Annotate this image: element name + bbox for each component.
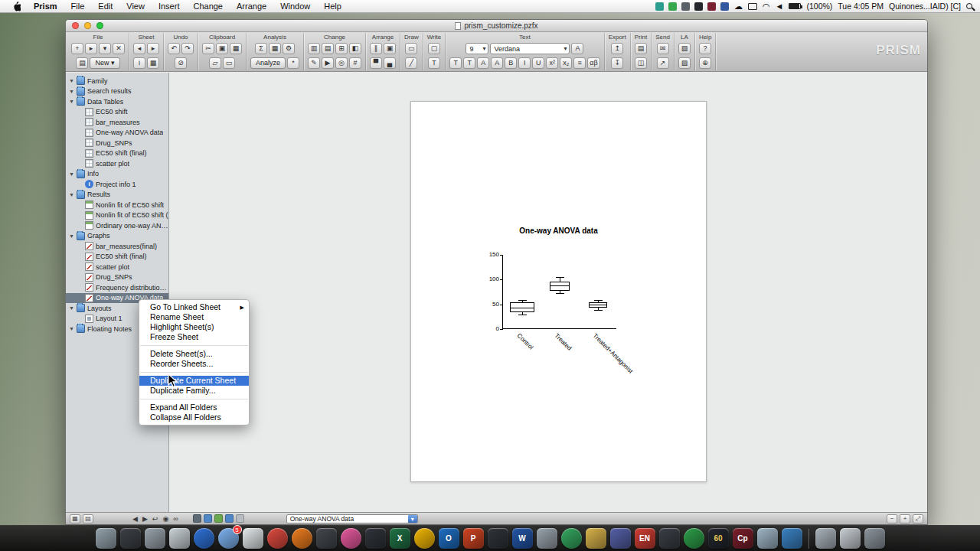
text-style1-icon[interactable]: T [449, 57, 462, 69]
apple-menu[interactable] [6, 2, 27, 11]
context-menu-item-highlight-sheet-s[interactable]: Highlight Sheet(s) [139, 322, 249, 332]
paste-icon[interactable]: ▦ [230, 43, 242, 54]
dock-app-9[interactable] [292, 528, 312, 549]
open-file-icon[interactable]: ▸ [85, 43, 97, 54]
disclosure-triangle-icon[interactable]: ▼ [69, 171, 77, 177]
format-graph-icon[interactable]: ▤ [322, 43, 334, 54]
back-button[interactable]: ↩ [151, 515, 160, 523]
revert-icon[interactable]: ⊘ [175, 57, 187, 69]
gallery-view-icon[interactable]: ▦ [70, 514, 80, 523]
dock-app-13[interactable]: X [390, 528, 410, 549]
print-preview-icon[interactable]: ◫ [635, 57, 647, 69]
sidebar-folder-family[interactable]: ▼Family [66, 76, 168, 86]
send-mail-icon[interactable]: ✉ [657, 43, 669, 54]
zoom-window-button[interactable] [96, 22, 103, 29]
undo-icon[interactable]: ↶ [168, 43, 180, 54]
sidebar-item-project-info-1[interactable]: iProject info 1 [66, 179, 168, 190]
menu-prism[interactable]: Prism [27, 2, 64, 11]
dock-app-29[interactable] [782, 528, 802, 549]
menu-change[interactable]: Change [186, 2, 230, 11]
menu-arrange[interactable]: Arrange [230, 2, 273, 11]
dock-app-19[interactable] [537, 528, 557, 549]
sidebar-item-ec50-shift-final[interactable]: EC50 shift (final) [66, 252, 168, 262]
sheet-info-icon[interactable]: i [133, 57, 145, 69]
bring-front-icon[interactable]: ▀ [370, 57, 382, 69]
sidebar-folder-graphs[interactable]: ▼Graphs [66, 231, 168, 242]
graph-page[interactable]: One-way ANOVA data 050100150ControlTreat… [410, 101, 707, 482]
wand-icon[interactable]: * [287, 57, 299, 69]
sidebar-item-drug-snps[interactable]: Drug_SNPs [66, 138, 168, 148]
dock-app-7[interactable] [243, 528, 263, 549]
sidebar-item-bar-measures[interactable]: bar_measures [66, 117, 168, 128]
dock-app-31[interactable] [815, 528, 836, 549]
context-menu-item-go-to-linked-sheet[interactable]: Go To Linked Sheet▶ [139, 302, 249, 312]
zoom-in-icon[interactable]: + [900, 514, 910, 523]
menubar-app-icon-5[interactable] [707, 2, 716, 11]
dock-app-12[interactable] [365, 528, 386, 549]
next-sheet-button[interactable]: ▶ [141, 515, 149, 523]
menubar-clock[interactable]: Tue 4:05 PM [838, 2, 884, 11]
dock-app-21[interactable] [586, 528, 606, 549]
dock-app-23[interactable]: EN [635, 528, 655, 549]
sidebar-item-scatter-plot[interactable]: scatter plot [66, 158, 168, 169]
subscript-icon[interactable]: x₂ [560, 57, 572, 69]
sidebar-item-ec50-shift-final[interactable]: EC50 shift (final) [66, 148, 168, 159]
battery-icon[interactable] [789, 3, 801, 9]
magnify-icon[interactable]: ◎ [335, 57, 348, 69]
align-icon[interactable]: ∥ [370, 43, 382, 54]
dock-app-33[interactable] [864, 528, 885, 549]
dock-app-8[interactable] [267, 528, 288, 549]
new-file-icon[interactable]: + [71, 43, 83, 54]
sidebar-folder-info[interactable]: ▼Info [66, 169, 168, 180]
export-options-icon[interactable]: ↧ [611, 57, 623, 69]
dock-app-2[interactable] [120, 528, 141, 549]
line-icon[interactable]: ╱ [405, 57, 417, 69]
note-icon[interactable]: ▢ [428, 43, 440, 54]
font-size-select[interactable]: 9 [466, 43, 488, 54]
expand-icon[interactable]: ⤢ [913, 514, 923, 523]
sidebar-folder-search-results[interactable]: ▼Search results [66, 86, 168, 97]
spotlight-icon[interactable] [966, 3, 972, 9]
format-axes-icon[interactable]: ⊞ [335, 43, 348, 54]
italic-icon[interactable]: I [518, 57, 531, 69]
shape-icon[interactable]: ▭ [405, 43, 417, 54]
menu-window[interactable]: Window [273, 2, 317, 11]
context-menu-item-duplicate-family[interactable]: Duplicate Family... [139, 386, 249, 396]
wifi-icon[interactable]: ◠ [763, 2, 770, 11]
sheet-selector[interactable]: One-way ANOVA data [286, 514, 418, 523]
superscript-icon[interactable]: x² [546, 57, 558, 69]
dock-app-3[interactable] [145, 528, 165, 549]
sidebar-item-ordinary-one-way-anov[interactable]: Ordinary one-way ANOV [66, 220, 168, 231]
close-window-button[interactable] [72, 22, 79, 29]
minimize-window-button[interactable] [84, 22, 91, 29]
print-icon[interactable]: ▤ [76, 57, 88, 69]
dock-app-16[interactable]: P [463, 528, 484, 549]
disclosure-triangle-icon[interactable]: ▼ [69, 78, 77, 83]
dock-app-4[interactable] [169, 528, 190, 549]
cut-icon[interactable]: ✂ [202, 43, 214, 54]
sidebar-item-drug-snps[interactable]: Drug_SNPs [66, 272, 168, 283]
text-style2-icon[interactable]: T [463, 57, 475, 69]
sidebar-item-frequency-distribution-d[interactable]: Frequency distribution d [66, 282, 168, 293]
close-sheet-icon[interactable]: ✕ [113, 43, 125, 54]
dock-app-15[interactable]: O [439, 528, 459, 549]
volume-icon[interactable]: ◄ [776, 2, 784, 11]
context-menu-item-duplicate-current-sheet[interactable]: Duplicate Current Sheet [139, 376, 249, 386]
send-back-icon[interactable]: ▄ [384, 57, 396, 69]
font-color-icon[interactable]: A [571, 43, 583, 54]
sidebar-item-one-way-anova-data[interactable]: One-way ANOVA data [66, 128, 168, 139]
disclosure-triangle-icon[interactable]: ▼ [69, 305, 77, 311]
link-button[interactable]: ∞ [172, 515, 179, 523]
font-family-select[interactable]: Verdana [490, 43, 570, 54]
sidebar-item-scatter-plot[interactable]: scatter plot [66, 262, 168, 272]
prev-sheet-icon[interactable]: ◂ [133, 43, 145, 54]
dock-app-18[interactable]: W [512, 528, 533, 549]
resize-icon[interactable]: # [349, 57, 361, 69]
new-layout-icon[interactable] [236, 514, 244, 523]
menu-help[interactable]: Help [317, 2, 348, 11]
menu-insert[interactable]: Insert [152, 2, 187, 11]
menu-edit[interactable]: Edit [91, 2, 119, 11]
dock-app-27[interactable]: Cp [733, 528, 753, 549]
sidebar-item-bar-measures-final[interactable]: bar_measures(final) [66, 241, 168, 252]
disclosure-triangle-icon[interactable]: ▼ [69, 192, 77, 197]
